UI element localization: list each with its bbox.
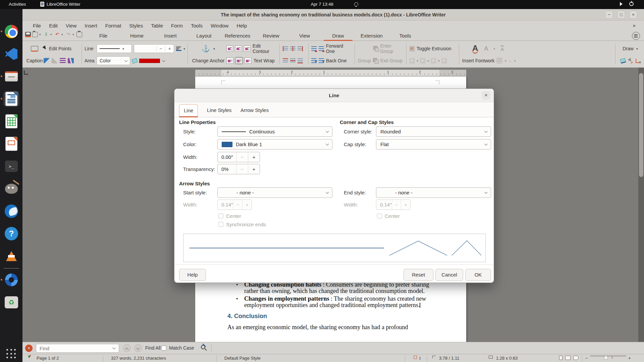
list-item[interactable]: Changing consumption habits : Consumers … [227, 282, 439, 294]
bring-front-icon[interactable] [311, 46, 317, 51]
wrap-off-icon[interactable] [226, 46, 233, 52]
increment-button[interactable]: + [248, 152, 260, 162]
dock-trash[interactable]: ♻ [3, 294, 19, 310]
draw-section-button[interactable]: Draw ▾ [618, 44, 642, 54]
toggle-extrusion-button[interactable]: Toggle Extrusion [410, 44, 458, 54]
fontwork-spacing-icon[interactable]: ↔ [508, 59, 512, 63]
area-fill-select[interactable]: Color [97, 56, 130, 65]
cancel-button[interactable]: Cancel [435, 269, 463, 281]
find-replace-icon[interactable] [201, 345, 205, 349]
zoom-out-icon[interactable]: − [585, 356, 588, 361]
fill-color-bucket-icon[interactable] [132, 58, 138, 63]
close-document-icon[interactable]: × [629, 21, 639, 30]
redo-dropdown-icon[interactable]: ▾ [72, 33, 75, 36]
object-size[interactable]: 1.28 x 0.63 [496, 356, 518, 361]
menu-insert[interactable]: Insert [81, 21, 101, 30]
tab-insert[interactable]: Insert [154, 31, 187, 41]
window-title-bar[interactable]: The impact of the sharing economy on tra… [22, 9, 644, 20]
send-back-icon[interactable] [311, 58, 317, 63]
vertical-scrollbar[interactable] [638, 68, 644, 342]
anchor-group[interactable]: ⚓ ▾ Change Anchor [190, 41, 226, 68]
distribute-icon[interactable] [60, 58, 66, 63]
dock-help[interactable]: ? [3, 226, 19, 242]
line-color-icon[interactable] [176, 46, 181, 51]
dock-files[interactable] [3, 68, 19, 84]
dock-vscode[interactable] [3, 46, 19, 62]
minimize-button[interactable]: − [605, 11, 613, 19]
menu-format[interactable]: Format [102, 21, 125, 30]
tab-draw-active[interactable]: Draw [321, 31, 355, 41]
extrusion-direction-icon[interactable] [442, 58, 447, 63]
page-count[interactable]: Page 1 of 2 [37, 356, 59, 361]
dialog-close-button[interactable]: × [482, 91, 490, 100]
menu-table[interactable]: Table [147, 21, 167, 30]
menu-file[interactable]: File [29, 21, 45, 30]
align-right-icon[interactable] [298, 46, 303, 51]
print-icon[interactable] [76, 32, 82, 37]
tab-tools[interactable]: Tools [388, 31, 422, 41]
dock-gimp[interactable] [3, 181, 19, 197]
object-mode-icon[interactable] [414, 356, 417, 359]
menu-tools[interactable]: Tools [187, 21, 206, 30]
tab-view[interactable]: View [288, 31, 321, 41]
reset-button[interactable]: Reset [404, 269, 433, 281]
zoom-in-icon[interactable]: + [628, 356, 631, 361]
edit-contour-button[interactable]: Edit Contour [253, 43, 277, 54]
menu-help[interactable]: Help [233, 21, 251, 30]
dock-impress[interactable] [3, 136, 19, 152]
exit-group-button[interactable]: Exit Group [380, 58, 402, 63]
match-case-checkbox[interactable] [161, 346, 166, 351]
open-dropdown-icon[interactable]: ▾ [39, 33, 42, 36]
tab-file[interactable]: File [87, 31, 120, 41]
wrap-after-icon[interactable] [245, 58, 252, 64]
extrusion-tilt-down-icon[interactable] [410, 58, 415, 63]
clock[interactable]: Apr 7 13:48 [295, 2, 349, 7]
rotate-icon[interactable] [44, 58, 50, 63]
paint-bucket-icon[interactable] [620, 58, 626, 63]
selection-mode-icon[interactable] [28, 356, 31, 360]
tab-extension[interactable]: Extension [355, 31, 388, 41]
caption-group[interactable]: Caption [26, 41, 43, 68]
dock-vlc[interactable] [3, 248, 19, 264]
tab-layout[interactable]: Layout [187, 31, 221, 41]
transparency-stepper[interactable]: 0% − + [217, 164, 260, 174]
fontwork-icon[interactable]: A [472, 44, 479, 54]
back-one-button[interactable]: Back One [311, 56, 353, 66]
increment-button[interactable]: + [248, 164, 260, 174]
start-style-dropdown[interactable]: - none - [217, 187, 332, 198]
insert-fontwork-button[interactable]: Insert Fontwork ▾ ↔ ▾ [462, 56, 523, 66]
wrap-through-icon-active[interactable] [235, 58, 243, 64]
tab-references[interactable]: References [221, 31, 254, 41]
insert-mode-icon[interactable]: I [419, 356, 421, 361]
dialog-tab-line[interactable]: Line [179, 104, 198, 117]
corner-style-dropdown[interactable]: Rounded [376, 126, 491, 137]
fill-color-bar[interactable] [139, 59, 160, 63]
paragraph[interactable]: As an emerging economic model, the shari… [227, 324, 439, 330]
end-style-dropdown[interactable]: - none - [376, 187, 491, 198]
forward-one-button[interactable]: Forward One [311, 44, 353, 54]
mirror-icon[interactable] [68, 58, 74, 63]
menu-styles[interactable]: Styles [125, 21, 147, 30]
find-all-button[interactable]: Find All [145, 345, 161, 351]
focused-app-menu[interactable]: LibreOffice Writer [40, 2, 80, 7]
menu-edit[interactable]: Edit [45, 21, 61, 30]
scrollbar-thumb[interactable] [639, 73, 643, 177]
system-tray[interactable] [620, 2, 634, 6]
decrement-button[interactable]: − [236, 152, 248, 162]
object-position[interactable]: 3.78 / 1.11 [439, 356, 459, 361]
paste-dropdown-icon[interactable]: ▾ [50, 33, 53, 36]
dock-terminal[interactable]: >_ [3, 158, 19, 174]
menu-form[interactable]: Form [167, 21, 186, 30]
wrap-parallel-icon[interactable] [235, 46, 242, 52]
line-style-dropdown[interactable]: Continuous [217, 126, 332, 137]
align-bottom-icon[interactable] [298, 58, 303, 63]
dock-app-grid[interactable] [3, 346, 19, 362]
page-style[interactable]: Default Page Style [224, 356, 261, 361]
redo-icon[interactable]: ↷ [65, 32, 71, 37]
dialog-tab-line-styles[interactable]: Line Styles [203, 104, 236, 117]
single-page-view-icon[interactable] [559, 356, 562, 360]
wrap-optimal-icon[interactable] [244, 46, 251, 52]
extrusion-tilt-up-icon[interactable] [420, 58, 425, 63]
undo-dropdown-icon[interactable]: ▾ [61, 33, 64, 36]
zoom-slider[interactable] [590, 356, 626, 356]
